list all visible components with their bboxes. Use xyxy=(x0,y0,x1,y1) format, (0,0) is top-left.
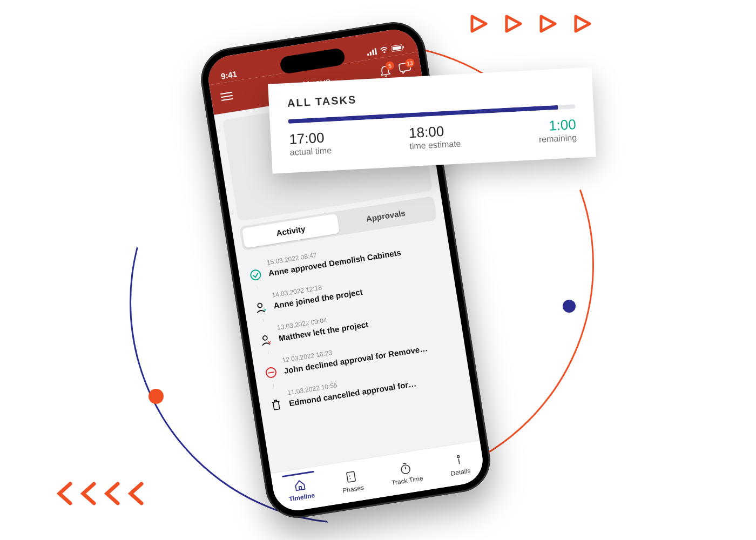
svg-line-23 xyxy=(405,467,406,469)
svg-line-9 xyxy=(221,96,233,97)
denied-icon xyxy=(264,365,278,380)
dot-orange xyxy=(148,389,164,404)
info-icon xyxy=(451,452,465,467)
actual-time-metric: 17:00 actual time xyxy=(289,129,332,158)
svg-point-22 xyxy=(401,464,410,474)
activity-feed: 15.03.2022 08:47 Anne approved Demolish … xyxy=(245,228,464,416)
stopwatch-icon xyxy=(398,461,413,475)
svg-line-18 xyxy=(268,372,274,373)
menu-icon[interactable] xyxy=(220,91,234,104)
triangle-row xyxy=(470,14,593,33)
nav-phases[interactable]: Phases xyxy=(339,463,364,495)
svg-point-21 xyxy=(350,478,351,479)
all-tasks-card: ALL TASKS 17:00 actual time 18:00 time e… xyxy=(268,67,596,173)
dot-blue xyxy=(563,300,576,313)
svg-rect-2 xyxy=(372,50,375,55)
signal-icon xyxy=(366,47,377,58)
tasks-heading: ALL TASKS xyxy=(287,82,574,110)
user-plus-icon: + xyxy=(253,300,268,315)
trash-icon xyxy=(269,397,284,412)
svg-text:×: × xyxy=(267,339,272,346)
nav-label: Timeline xyxy=(288,491,315,503)
svg-point-15 xyxy=(262,335,267,340)
user-minus-icon: × xyxy=(259,333,273,347)
nav-label: Details xyxy=(450,467,471,477)
svg-line-24 xyxy=(403,463,406,463)
tab-approvals[interactable]: Approvals xyxy=(336,198,435,233)
check-circle-icon xyxy=(248,267,263,282)
home-icon xyxy=(293,477,307,492)
nav-label: Phases xyxy=(342,483,364,494)
chevron-row xyxy=(54,481,147,507)
remaining-value: 1:00 xyxy=(538,116,577,135)
estimate-value: 18:00 xyxy=(408,122,461,141)
svg-point-4 xyxy=(383,51,385,53)
nav-details[interactable]: Details xyxy=(447,447,471,477)
remaining-metric: 1:00 remaining xyxy=(538,116,577,145)
svg-rect-0 xyxy=(367,53,369,56)
svg-point-25 xyxy=(457,455,460,458)
svg-point-12 xyxy=(250,269,261,281)
battery-icon xyxy=(391,43,405,54)
svg-point-13 xyxy=(258,303,262,308)
nav-timeline[interactable]: Timeline xyxy=(285,471,315,503)
svg-rect-6 xyxy=(393,46,402,50)
actual-time-value: 17:00 xyxy=(289,129,332,148)
svg-rect-7 xyxy=(402,46,404,48)
status-time: 9:41 xyxy=(220,69,238,80)
wifi-icon xyxy=(379,45,389,56)
svg-rect-3 xyxy=(374,48,377,55)
chat-icon[interactable]: 13 xyxy=(398,62,411,77)
svg-text:+: + xyxy=(263,307,267,313)
estimate-label: time estimate xyxy=(409,139,461,151)
nav-label: Track Time xyxy=(391,474,423,487)
svg-line-26 xyxy=(458,458,460,464)
svg-line-8 xyxy=(220,92,232,94)
tab-activity[interactable]: Activity xyxy=(242,213,340,248)
svg-rect-19 xyxy=(347,471,356,482)
actual-time-label: actual time xyxy=(289,146,332,158)
nav-track-time[interactable]: Track Time xyxy=(388,454,423,487)
remaining-label: remaining xyxy=(538,133,577,145)
svg-rect-1 xyxy=(369,52,372,56)
clipboard-icon xyxy=(344,469,359,484)
estimate-metric: 18:00 time estimate xyxy=(408,122,461,151)
svg-point-20 xyxy=(349,475,350,476)
svg-line-10 xyxy=(221,99,233,100)
